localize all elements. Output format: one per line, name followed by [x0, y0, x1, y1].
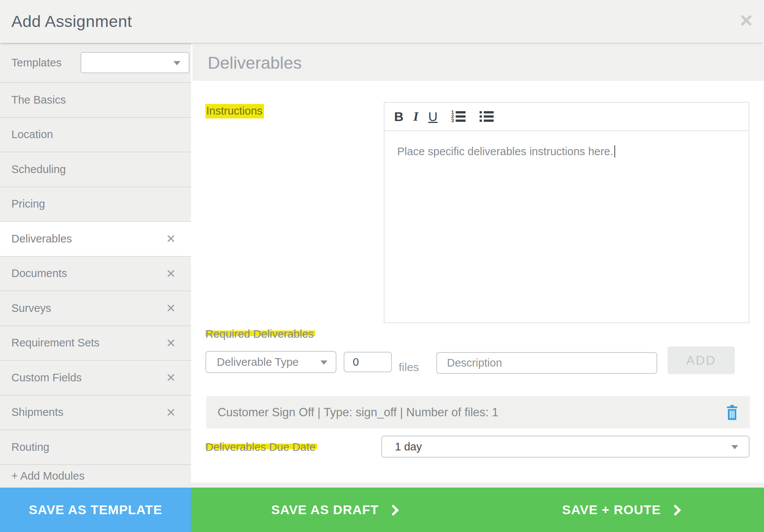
content-bottom-strip — [191, 483, 764, 488]
editor-content[interactable]: Place specific deliverables instructions… — [384, 131, 749, 172]
chevron-right-icon — [388, 505, 399, 516]
main-panel: Deliverables Instructions B I U 1 2 3 Pl… — [191, 43, 764, 488]
sidebar-item-label: Requirement Sets — [11, 337, 99, 349]
deliverable-row-text: Customer Sign Off | Type: sign_off | Num… — [218, 406, 499, 419]
save-as-template-label: SAVE AS TEMPLATE — [29, 502, 163, 517]
sidebar-item-label: Pricing — [11, 198, 45, 210]
sidebar-item-scheduling[interactable]: Scheduling — [0, 152, 191, 187]
underline-icon[interactable]: U — [428, 110, 438, 123]
sidebar-item-label: Deliverables — [11, 233, 72, 245]
sidebar-item-label: Shipments — [11, 406, 63, 419]
trash-icon[interactable] — [726, 405, 739, 420]
remove-module-icon[interactable]: ✕ — [166, 266, 176, 280]
due-date-label-text: Deliverables Due Date — [205, 441, 317, 453]
sidebar-item-label: + Add Modules — [11, 470, 85, 482]
files-count-input[interactable] — [344, 352, 392, 372]
sidebar-item-templates: Templates — [0, 43, 191, 83]
remove-module-icon[interactable]: ✕ — [166, 371, 176, 385]
save-as-draft-label: SAVE AS DRAFT — [271, 502, 379, 517]
editor-toolbar: B I U 1 2 3 — [384, 102, 749, 131]
modal-header: Add Assignment × — [0, 0, 764, 43]
save-as-template-button[interactable]: SAVE AS TEMPLATE — [0, 488, 191, 532]
sidebar-item-pricing[interactable]: Pricing — [0, 187, 191, 222]
save-plus-route-label: SAVE + ROUTE — [562, 502, 661, 517]
save-as-draft-button[interactable]: SAVE AS DRAFT — [191, 488, 478, 532]
text-cursor — [614, 145, 615, 157]
sidebar-item-routing[interactable]: Routing — [0, 430, 191, 465]
sidebar-item-label: Documents — [11, 267, 67, 280]
remove-module-icon[interactable]: ✕ — [166, 301, 176, 315]
templates-label: Templates — [11, 57, 62, 69]
sidebar-item-shipments[interactable]: Shipments ✕ — [0, 395, 191, 430]
due-date-label: Deliverables Due Date — [205, 441, 317, 453]
section-title: Deliverables — [208, 53, 302, 73]
sidebar-item-location[interactable]: Location — [0, 118, 191, 153]
description-input[interactable] — [436, 352, 657, 374]
ordered-list-icon[interactable]: 1 2 3 — [450, 111, 466, 122]
sidebar-item-surveys[interactable]: Surveys ✕ — [0, 291, 191, 326]
deliverable-type-value: Deliverable Type — [217, 356, 298, 368]
chevron-down-icon — [174, 61, 180, 65]
files-label: files — [399, 361, 419, 374]
sidebar-item-the-basics[interactable]: The Basics — [0, 83, 191, 118]
save-plus-route-button[interactable]: SAVE + ROUTE — [478, 488, 764, 532]
instructions-editor[interactable]: B I U 1 2 3 Place specific deliverables … — [384, 102, 749, 323]
sidebar-item-label: Routing — [11, 441, 49, 453]
sidebar-item-documents[interactable]: Documents ✕ — [0, 257, 191, 291]
ol-num: 3 — [450, 120, 454, 122]
chevron-right-icon — [670, 505, 681, 516]
sidebar-item-custom-fields[interactable]: Custom Fields ✕ — [0, 360, 191, 395]
chevron-down-icon — [320, 360, 327, 365]
section-header: Deliverables — [193, 45, 764, 81]
remove-module-icon[interactable]: ✕ — [166, 336, 176, 350]
deliverable-type-select[interactable]: Deliverable Type — [205, 351, 336, 373]
due-date-value: 1 day — [395, 441, 422, 453]
close-icon[interactable]: × — [740, 9, 753, 31]
sidebar-item-deliverables[interactable]: Deliverables ✕ — [0, 222, 191, 257]
page-title: Add Assignment — [11, 12, 132, 31]
required-deliverables-label-text: Required Deliverables — [205, 328, 315, 340]
instructions-label-text: Instructions — [205, 104, 264, 118]
sidebar-item-label: The Basics — [11, 94, 66, 106]
sidebar-item-add-modules[interactable]: + Add Modules — [0, 465, 191, 488]
sidebar: Templates The Basics Location Scheduling… — [0, 43, 191, 488]
sidebar-item-label: Custom Fields — [11, 371, 82, 384]
chevron-down-icon — [731, 445, 738, 449]
sidebar-item-label: Location — [11, 128, 53, 141]
remove-module-icon[interactable]: ✕ — [166, 405, 176, 419]
remove-module-icon[interactable]: ✕ — [166, 232, 176, 246]
due-date-select[interactable]: 1 day — [381, 436, 750, 458]
instructions-label: Instructions — [205, 105, 264, 117]
required-deliverables-label: Required Deliverables — [205, 328, 315, 340]
sidebar-item-label: Surveys — [11, 302, 51, 315]
templates-select[interactable] — [81, 52, 189, 73]
editor-text: Place specific deliverables instructions… — [397, 145, 613, 157]
sidebar-item-label: Scheduling — [11, 163, 66, 176]
footer-actions: SAVE AS TEMPLATE SAVE AS DRAFT SAVE + RO… — [0, 488, 764, 532]
sidebar-item-requirement-sets[interactable]: Requirement Sets ✕ — [0, 326, 191, 361]
deliverable-row: Customer Sign Off | Type: sign_off | Num… — [206, 396, 750, 428]
unordered-list-icon[interactable] — [478, 111, 494, 122]
add-button[interactable]: ADD — [668, 346, 735, 374]
italic-icon[interactable]: I — [414, 110, 418, 123]
bold-icon[interactable]: B — [394, 110, 404, 123]
